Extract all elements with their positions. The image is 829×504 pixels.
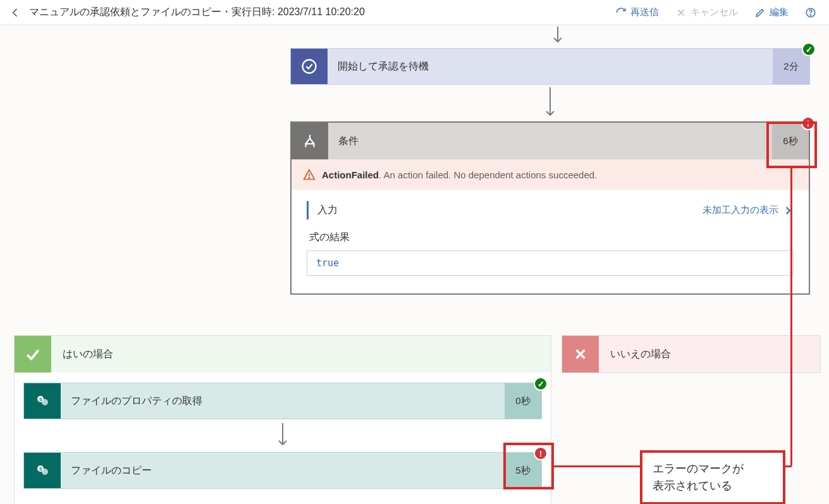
- warning-triangle-icon: [303, 168, 316, 181]
- edit-label: 編集: [770, 6, 789, 18]
- copy-file-label: ファイルのコピー: [61, 453, 505, 488]
- svg-text:S: S: [39, 467, 42, 471]
- condition-body: 入力 未加工入力の表示 式の結果 true: [292, 190, 809, 293]
- status-error-icon: !: [534, 446, 548, 460]
- expression-result-label: 式の結果: [309, 231, 791, 244]
- cancel-label: キャンセル: [691, 6, 738, 18]
- pencil-icon: [754, 7, 766, 18]
- sharepoint-icon: S: [24, 383, 61, 419]
- condition-input-row: 入力 未加工入力の表示: [307, 201, 794, 219]
- edit-button[interactable]: 編集: [749, 4, 794, 21]
- close-icon: [675, 7, 687, 18]
- help-button[interactable]: [800, 4, 821, 21]
- resend-button[interactable]: 再送信: [610, 4, 664, 21]
- arrow-down-icon: [550, 27, 565, 46]
- step-get-file-properties[interactable]: S ファイルのプロパティの取得 0秒 ✓: [23, 383, 542, 419]
- close-icon: [562, 336, 599, 372]
- page-title: マニュアルの承認依頼とファイルのコピー・実行日時: 2023/7/11 10:2…: [29, 6, 365, 19]
- condition-error-banner: ActionFailed. An action failed. No depen…: [292, 159, 809, 190]
- cancel-button: キャンセル: [670, 4, 743, 21]
- flow-canvas: 開始して承認を待機 2分 ✓ 条件 6秒 ! ActionFailed. An …: [0, 25, 829, 504]
- arrow-down-icon: [543, 87, 558, 119]
- annotation-note: エラーのマークが 表示されている: [640, 450, 785, 504]
- refresh-icon: [615, 7, 627, 18]
- checkmark-icon: [15, 336, 51, 372]
- condition-header[interactable]: 条件 6秒: [292, 123, 809, 159]
- status-success-icon: ✓: [802, 42, 816, 56]
- branch-no: いいえの場合: [562, 335, 821, 373]
- step-condition[interactable]: 条件 6秒 ! ActionFailed. An action failed. …: [290, 121, 810, 295]
- svg-point-5: [42, 399, 48, 405]
- branch-no-header[interactable]: いいえの場合: [562, 336, 820, 372]
- condition-icon: [292, 123, 328, 159]
- branch-yes: はいの場合 S ファイルのプロパティの取得 0秒 ✓ S ファイルのコピー 5秒: [14, 335, 551, 504]
- annotation-line: [554, 465, 640, 467]
- svg-point-2: [303, 60, 316, 73]
- svg-point-3: [309, 177, 309, 178]
- chevron-right-icon: [782, 205, 794, 216]
- resend-label: 再送信: [630, 6, 659, 18]
- run-header: マニュアルの承認依頼とファイルのコピー・実行日時: 2023/7/11 10:2…: [0, 0, 829, 25]
- svg-text:S: S: [39, 397, 42, 402]
- branch-no-label: いいえの場合: [599, 348, 682, 361]
- show-raw-input-link[interactable]: 未加工入力の表示: [703, 204, 794, 216]
- condition-label: 条件: [328, 123, 772, 159]
- step-start-approval[interactable]: 開始して承認を待機 2分 ✓: [290, 48, 810, 85]
- branch-yes-header[interactable]: はいの場合: [15, 336, 551, 372]
- expression-result-value: true: [307, 250, 794, 276]
- arrow-down-icon: [23, 419, 542, 452]
- get-file-properties-label: ファイルのプロパティの取得: [61, 383, 505, 419]
- svg-point-8: [42, 469, 48, 475]
- branch-yes-label: はいの場合: [51, 348, 125, 361]
- status-error-icon: !: [801, 116, 815, 130]
- back-button[interactable]: [8, 5, 23, 20]
- step-copy-file[interactable]: S ファイルのコピー 5秒 !: [23, 452, 542, 489]
- sharepoint-icon: S: [24, 453, 61, 488]
- help-icon: [805, 7, 816, 18]
- step-start-approval-label: 開始して承認を待機: [328, 49, 773, 84]
- svg-point-1: [810, 15, 811, 15]
- input-label: 入力: [317, 204, 338, 217]
- status-success-icon: ✓: [534, 377, 548, 391]
- error-text: ActionFailed. An action failed. No depen…: [322, 169, 597, 180]
- approval-icon: [291, 49, 328, 84]
